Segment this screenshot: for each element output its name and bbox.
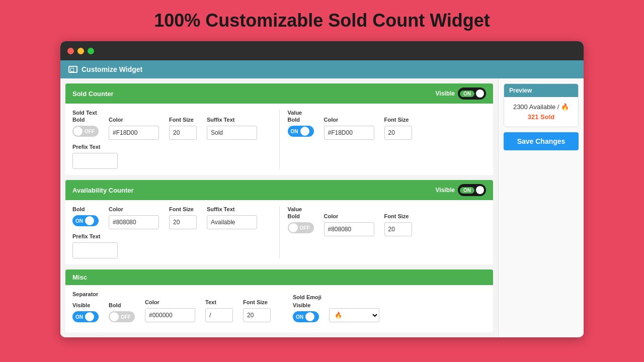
sold-emoji-select-group: 🔥 ⭐ 💥 ✅ 🎉 xyxy=(329,308,379,322)
misc-row: Separator Visible ON xyxy=(72,291,486,326)
misc-label: Misc xyxy=(72,274,87,281)
availability-value-bold-group: Bold OFF xyxy=(288,213,314,236)
sold-emoji-visible-group: Visible ON xyxy=(293,302,319,322)
availability-value-section-label: Value xyxy=(288,206,487,212)
sold-value-color-label: Color xyxy=(324,117,374,123)
dot-green[interactable] xyxy=(88,48,94,54)
sold-text-color-group: Color xyxy=(109,117,159,140)
preview-fire-emoji: 🔥 xyxy=(561,103,569,111)
preview-panel: Preview 2300 Available / 🔥321 Sold Save … xyxy=(498,78,584,337)
availability-value-color-input[interactable] xyxy=(324,222,374,236)
availability-bold-knob xyxy=(85,216,94,225)
separator-text-label: Text xyxy=(205,299,233,305)
sold-text-fontsize-label: Font Size xyxy=(169,117,197,123)
customize-widget-header: Customize Widget xyxy=(60,60,584,78)
sold-value-bold-toggle[interactable]: ON xyxy=(288,126,314,137)
preview-available-text: 2300 Available / xyxy=(513,103,561,111)
sold-emoji-controls: Visible ON 🔥 ⭐ xyxy=(293,302,379,322)
sold-emoji-visible-label: Visible xyxy=(293,302,319,308)
misc-body: Separator Visible ON xyxy=(65,285,493,332)
availability-value-color-label: Color xyxy=(324,213,374,219)
sold-value-bold-knob xyxy=(300,127,309,136)
sold-value-color-input[interactable] xyxy=(324,126,374,140)
dot-yellow[interactable] xyxy=(77,48,84,54)
preview-box-header: Preview xyxy=(504,84,578,97)
separator-group-label: Separator xyxy=(72,291,271,297)
availability-counter-body: Bold ON Color xyxy=(65,200,493,264)
availability-visible-on-badge: ON xyxy=(460,187,474,194)
separator-fontsize-input[interactable] xyxy=(243,308,271,322)
preview-box: Preview 2300 Available / 🔥321 Sold xyxy=(504,83,579,127)
availability-value-bold-label: Bold xyxy=(288,213,314,219)
availability-bold-group: Bold ON xyxy=(72,206,99,229)
availability-color-label: Color xyxy=(109,206,159,212)
browser-titlebar xyxy=(60,41,584,60)
sold-value-bold-state: ON xyxy=(289,129,300,134)
availability-prefix-label: Prefix Text xyxy=(72,233,271,239)
sold-emoji-select[interactable]: 🔥 ⭐ 💥 ✅ 🎉 xyxy=(329,308,379,322)
availability-color-input[interactable] xyxy=(109,215,159,229)
separator-color-group: Color xyxy=(145,299,195,322)
availability-bold-toggle[interactable]: ON xyxy=(72,215,99,226)
sold-value-fontsize-label: Font Size xyxy=(384,117,412,123)
availability-value-bold-toggle[interactable]: OFF xyxy=(288,222,314,233)
sold-counter-cols: Sold Text Bold OFF xyxy=(72,110,486,169)
separator-text-input[interactable] xyxy=(205,308,233,322)
separator-group: Separator Visible ON xyxy=(72,291,271,326)
browser-window: Customize Widget Sold Counter Visible ON xyxy=(60,41,584,337)
preview-sold-word: Sold xyxy=(538,113,554,121)
sold-counter-visible-knob xyxy=(476,89,484,98)
separator-visible-state: ON xyxy=(73,314,85,320)
customize-widget-icon xyxy=(68,66,77,73)
availability-value-fontsize-input[interactable] xyxy=(384,222,412,236)
availability-fontsize-input[interactable] xyxy=(169,215,197,229)
sold-text-fontsize-input[interactable] xyxy=(169,126,197,140)
sold-emoji-visible-toggle[interactable]: ON xyxy=(293,311,319,322)
availability-bold-label: Bold xyxy=(72,206,99,212)
sold-text-bold-label: Bold xyxy=(72,117,99,123)
separator-controls: Visible ON Bold xyxy=(72,299,271,322)
availability-text-row1: Bold ON Color xyxy=(72,206,271,229)
sold-text-prefix-input[interactable] xyxy=(72,153,118,169)
availability-fontsize-group: Font Size xyxy=(169,206,197,229)
sold-text-color-input[interactable] xyxy=(109,126,159,140)
availability-counter-section: Availability Counter Visible ON xyxy=(65,180,493,264)
sold-text-row1: Bold OFF Color xyxy=(72,117,271,140)
sold-text-fontsize-group: Font Size xyxy=(169,117,197,140)
availability-suffix-group: Suffix Text xyxy=(207,206,257,229)
sold-counter-visible-on-badge: ON xyxy=(460,90,474,97)
separator-fontsize-label: Font Size xyxy=(243,299,271,305)
sold-counter-visible-label: Visible xyxy=(436,90,455,97)
separator-color-label: Color xyxy=(145,299,195,305)
separator-color-input[interactable] xyxy=(145,308,195,322)
availability-prefix-input[interactable] xyxy=(72,242,118,258)
sold-text-suffix-label: Suffix Text xyxy=(207,117,257,123)
sold-counter-header: Sold Counter Visible ON xyxy=(65,83,493,104)
availability-color-group: Color xyxy=(109,206,159,229)
availability-value-fontsize-label: Font Size xyxy=(384,213,412,219)
availability-counter-label: Availability Counter xyxy=(72,187,134,194)
separator-bold-toggle[interactable]: OFF xyxy=(109,311,135,322)
availability-visible-label: Visible xyxy=(436,187,455,194)
sold-text-bold-state: OFF xyxy=(83,129,97,134)
separator-bold-knob xyxy=(110,312,119,321)
misc-section: Misc Separator Visible ON xyxy=(65,269,493,332)
availability-fontsize-label: Font Size xyxy=(169,206,197,212)
availability-visible-wrapper: Visible ON xyxy=(436,184,486,196)
availability-visible-toggle[interactable]: ON xyxy=(458,184,486,196)
separator-bold-state: OFF xyxy=(119,314,133,320)
availability-counter-header: Availability Counter Visible ON xyxy=(65,180,493,200)
save-changes-button[interactable]: Save Changes xyxy=(504,132,579,150)
separator-visible-toggle[interactable]: ON xyxy=(72,311,99,322)
sold-text-prefix-group: Prefix Text xyxy=(72,144,271,169)
sold-counter-visible-toggle[interactable]: ON xyxy=(458,87,486,100)
sold-value-color-group: Color xyxy=(324,117,374,140)
availability-text-col: Bold ON Color xyxy=(72,206,271,258)
dot-red[interactable] xyxy=(67,48,74,54)
sold-text-suffix-input[interactable] xyxy=(207,126,257,140)
sold-text-bold-toggle[interactable]: OFF xyxy=(72,126,99,137)
sold-emoji-visible-state: ON xyxy=(294,314,305,320)
sold-text-prefix-label: Prefix Text xyxy=(72,144,271,150)
sold-value-fontsize-input[interactable] xyxy=(384,126,412,140)
availability-suffix-input[interactable] xyxy=(207,215,257,229)
